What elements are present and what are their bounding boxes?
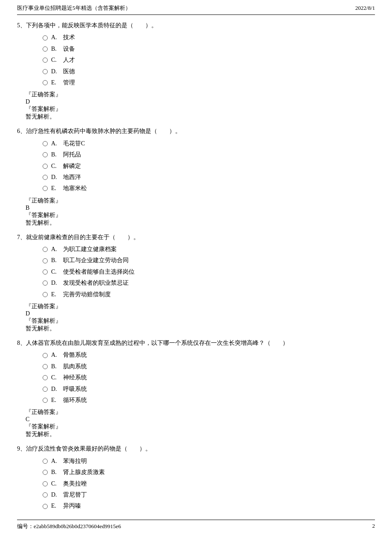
radio-icon[interactable] [43,164,48,169]
page-footer: 编号：e2abb589db0b26b0d2370604ed9915e6 2 [17,520,375,530]
radio-icon[interactable] [43,247,48,252]
option-label: E. [51,78,61,87]
option-label: D. [51,384,61,394]
option-text: 毛花苷C [63,139,85,148]
question-block-7: 7、就业前健康检查的目的主要在于（ ）。A.为职工建立健康档案B.职工与企业建立… [17,233,375,332]
radio-icon[interactable] [43,504,48,509]
question-text-6: 6、治疗急性有机磷农药中毒致肺水肿的主要药物是（ ）。 [17,127,375,136]
option-row[interactable]: A.毛花苷C [43,139,375,148]
option-row[interactable]: B.阿托品 [43,150,375,159]
option-row[interactable]: E.完善劳动赔偿制度 [43,290,375,299]
radio-icon[interactable] [43,35,48,40]
radio-icon[interactable] [43,152,48,157]
analysis-value: 暂无解析。 [26,325,375,332]
answer-block-5: 『正确答案』D『答案解析』暂无解析。 [26,91,375,121]
radio-icon[interactable] [43,69,48,74]
option-row[interactable]: A.苯海拉明 [43,457,375,466]
radio-icon[interactable] [43,141,48,146]
option-row[interactable]: E.地塞米松 [43,184,375,193]
answer-value: D [26,98,375,105]
option-text: 奥美拉唑 [63,479,87,489]
radio-icon[interactable] [43,46,48,52]
header-date: 2022/8/1 [355,5,375,12]
options-6: A.毛花苷CB.阿托品C.解磷定D.地西泮E.地塞米松 [43,139,375,194]
radio-icon[interactable] [43,364,48,369]
option-row[interactable]: C.人才 [43,55,375,65]
radio-icon[interactable] [43,375,48,380]
option-row[interactable]: E.管理 [43,78,375,87]
option-row[interactable]: C.神经系统 [43,373,375,382]
radio-icon[interactable] [43,387,48,392]
analysis-tag: 『答案解析』 [26,317,375,325]
footer-page: 2 [372,523,375,530]
radio-icon[interactable] [43,258,48,263]
option-label: C. [51,373,61,382]
option-row[interactable]: A.技术 [43,33,375,42]
question-block-9: 9、治疗反流性食管炎效果最好的药物是（ ）。A.苯海拉明B.肾上腺皮质激素C.奥… [17,444,375,511]
radio-icon[interactable] [43,292,48,297]
option-row[interactable]: D.雷尼替丁 [43,490,375,500]
option-text: 地塞米松 [63,184,87,193]
radio-icon[interactable] [43,459,48,464]
option-text: 发现受检者的职业禁忌证 [63,278,129,288]
option-row[interactable]: D.发现受检者的职业禁忌证 [43,278,375,288]
radio-icon[interactable] [43,80,48,85]
option-text: 使受检者能够自主选择岗位 [63,267,135,277]
option-label: B. [51,468,61,477]
radio-icon[interactable] [43,353,48,358]
radio-icon[interactable] [43,186,48,191]
analysis-value: 暂无解析。 [26,431,375,438]
answer-block-6: 『正确答案』B『答案解析』暂无解析。 [26,197,375,227]
question-block-8: 8、人体器官系统在由胎儿期发育至成熟的过程中，以下哪一个系统仅存在一次生长突增高… [17,338,375,438]
analysis-tag: 『答案解析』 [26,105,375,113]
answer-value: D [26,310,375,317]
option-row[interactable]: D.医德 [43,67,375,76]
option-text: 肌肉系统 [63,362,87,371]
option-label: D. [51,278,61,288]
option-label: C. [51,479,61,489]
option-text: 医德 [63,67,75,76]
footer-serial: 编号：e2abb589db0b26b0d2370604ed9915e6 [17,523,121,530]
option-text: 为职工建立健康档案 [63,245,117,254]
option-row[interactable]: C.奥美拉唑 [43,479,375,489]
option-row[interactable]: D.呼吸系统 [43,384,375,394]
option-text: 人才 [63,55,75,65]
option-row[interactable]: E.循环系统 [43,396,375,405]
radio-icon[interactable] [43,269,48,275]
option-text: 管理 [63,78,75,87]
option-row[interactable]: C.解磷定 [43,162,375,171]
answer-value: B [26,205,375,211]
option-row[interactable]: C.使受检者能够自主选择岗位 [43,267,375,277]
option-text: 完善劳动赔偿制度 [63,290,111,299]
option-row[interactable]: B.肌肉系统 [43,362,375,371]
option-text: 循环系统 [63,396,87,405]
options-7: A.为职工建立健康档案B.职工与企业建立劳动合同C.使受检者能够自主选择岗位D.… [43,245,375,299]
option-row[interactable]: B.职工与企业建立劳动合同 [43,256,375,265]
question-text-5: 5、下列各项中，能反映医学本质特征的是（ ）。 [17,21,375,30]
option-text: 骨骼系统 [63,350,87,360]
option-text: 地西泮 [63,173,81,182]
page-header: 医疗事业单位招聘题近5年精选（含答案解析） 2022/8/1 [17,4,375,15]
option-row[interactable]: D.地西泮 [43,173,375,182]
radio-icon[interactable] [43,481,48,486]
option-text: 解磷定 [63,162,81,171]
analysis-tag: 『答案解析』 [26,423,375,431]
option-text: 肾上腺皮质激素 [63,468,105,477]
radio-icon[interactable] [43,58,48,63]
option-row[interactable]: E.异丙嗪 [43,501,375,511]
option-row[interactable]: A.骨骼系统 [43,350,375,360]
radio-icon[interactable] [43,470,48,475]
answer-block-8: 『正确答案』C『答案解析』暂无解析。 [26,408,375,438]
option-row[interactable]: A.为职工建立健康档案 [43,245,375,254]
radio-icon[interactable] [43,175,48,180]
radio-icon[interactable] [43,398,48,403]
option-text: 呼吸系统 [63,384,87,394]
option-row[interactable]: B.肾上腺皮质激素 [43,468,375,477]
option-label: D. [51,173,61,182]
radio-icon[interactable] [43,280,48,286]
option-row[interactable]: B.设备 [43,44,375,54]
option-label: B. [51,150,61,159]
radio-icon[interactable] [43,492,48,497]
option-label: D. [51,67,61,76]
answer-value: C [26,416,375,423]
